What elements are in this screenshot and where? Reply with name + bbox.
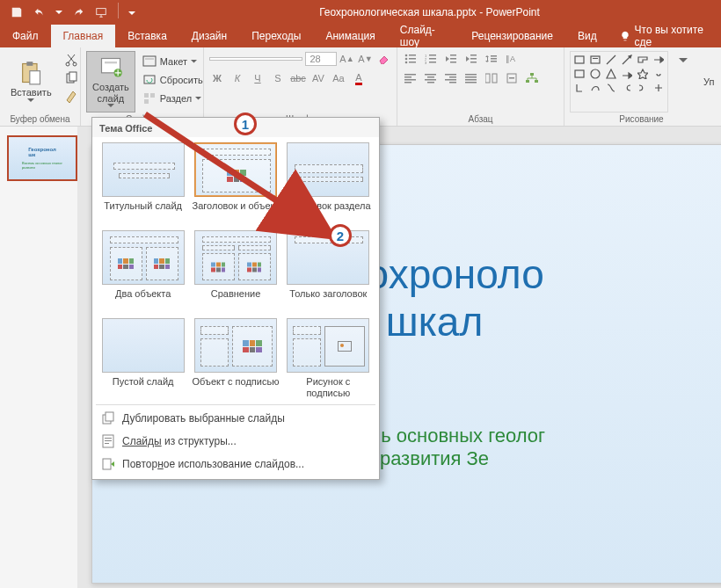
shadow-button[interactable]: S [270, 70, 286, 86]
layout-blank[interactable]: Пустой слайд [99, 318, 186, 399]
cmd-reuse-slides[interactable]: Повторное использование слайдов... [92, 453, 379, 475]
arrange-button[interactable]: Уп [698, 51, 719, 113]
decrease-indent-button[interactable] [443, 51, 459, 67]
svg-rect-51 [449, 82, 456, 83]
smartart-icon [526, 73, 538, 83]
new-slide-button[interactable]: Создать слайд [86, 51, 135, 113]
svg-rect-50 [445, 79, 456, 81]
align-left-button[interactable] [403, 70, 419, 86]
spacing-button[interactable]: AV [310, 70, 326, 86]
layout-two-content[interactable]: Два объекта [99, 230, 186, 311]
justify-icon [465, 73, 477, 83]
strike-button[interactable]: abc [290, 70, 306, 86]
clear-format-button[interactable] [376, 51, 391, 67]
align-center-icon [425, 73, 437, 83]
svg-rect-62 [535, 80, 538, 83]
tab-insert[interactable]: Вставка [115, 25, 179, 47]
brush-icon [64, 90, 78, 104]
tab-slideshow[interactable]: Слайд-шоу [388, 25, 459, 47]
tab-design[interactable]: Дизайн [179, 25, 239, 47]
svg-rect-11 [143, 56, 156, 66]
svg-rect-63 [575, 56, 584, 63]
layout-content-caption[interactable]: Объект с подписью [192, 318, 279, 399]
start-show-button[interactable] [91, 3, 111, 22]
cmd-label: Дублировать выбранные слайды [122, 412, 285, 425]
align-text-button[interactable] [504, 70, 520, 86]
svg-rect-42 [404, 79, 416, 81]
underline-button[interactable]: Ч [250, 70, 266, 86]
line-spacing-button[interactable] [484, 51, 499, 67]
reset-button[interactable]: Сбросить [139, 71, 207, 89]
smartart-button[interactable] [524, 70, 540, 86]
svg-rect-64 [591, 56, 600, 63]
tab-home[interactable]: Главная [51, 25, 116, 47]
group-clipboard-label: Буфер обмена [5, 113, 75, 124]
tab-view[interactable]: Вид [565, 25, 609, 47]
increase-font-button[interactable]: A▲ [339, 51, 355, 67]
undo-dropdown[interactable] [53, 3, 65, 22]
copy-icon [64, 71, 78, 85]
tab-transitions[interactable]: Переходы [239, 25, 313, 47]
thumb-sub2: развити [22, 165, 35, 170]
svg-rect-36 [491, 55, 497, 57]
section-icon [142, 91, 157, 105]
layout-title-only[interactable]: Только заголовок [285, 230, 372, 311]
slide-thumbnail-1[interactable]: Геохронолшк Восемь основных геологразвит… [7, 135, 77, 181]
svg-rect-32 [470, 54, 477, 56]
font-size-combo[interactable]: 28 [305, 52, 336, 66]
svg-point-19 [405, 58, 408, 61]
svg-rect-0 [97, 9, 106, 15]
decrease-font-button[interactable]: A▼ [358, 51, 374, 67]
undo-button[interactable] [30, 3, 49, 22]
tab-review[interactable]: Рецензирование [459, 25, 565, 47]
tell-me-search[interactable]: Что вы хотите сде [609, 25, 721, 47]
flyout-separator [96, 404, 375, 405]
qat-separator [118, 3, 119, 18]
svg-rect-33 [470, 58, 477, 60]
font-color-button[interactable]: A [351, 70, 367, 86]
cut-button[interactable] [61, 51, 82, 69]
columns-button[interactable] [484, 70, 499, 86]
layout-comparison[interactable]: Сравнение [192, 230, 279, 311]
layout-label: Объект с подписью [193, 376, 280, 399]
shapes-gallery[interactable] [570, 51, 668, 113]
bold-button[interactable]: Ж [209, 70, 225, 86]
tab-animations[interactable]: Анимация [313, 25, 387, 47]
thumb-title2: шк [28, 152, 35, 157]
case-button[interactable]: Aa [331, 70, 346, 86]
bullets-icon [404, 54, 417, 64]
layout-section-header[interactable]: Заголовок раздела [285, 142, 372, 223]
align-right-button[interactable] [443, 70, 459, 86]
undo-icon [33, 6, 46, 18]
cmd-label: Повторное использование слайдов... [122, 458, 304, 470]
paste-button[interactable]: Вставить [5, 51, 57, 113]
cmd-duplicate-slides[interactable]: Дублировать выбранные слайды [92, 407, 379, 430]
layout-title-content[interactable]: Заголовок и объект [192, 142, 279, 223]
redo-button[interactable] [69, 3, 88, 22]
layout-button[interactable]: Макет [139, 53, 207, 70]
justify-button[interactable] [463, 70, 479, 86]
svg-rect-71 [106, 412, 113, 421]
slide-thumbnails-pane[interactable]: 1 Геохронолшк Восемь основных геологразв… [0, 127, 77, 588]
align-center-button[interactable] [423, 70, 439, 86]
tab-file[interactable]: Файл [0, 25, 51, 47]
group-drawing-label: Рисование [570, 113, 713, 124]
copy-button[interactable] [61, 69, 82, 87]
section-button[interactable]: Раздел [139, 90, 207, 107]
layout-picture-caption[interactable]: Рисунок с подписью [285, 318, 372, 399]
save-button[interactable] [7, 3, 26, 22]
bullets-button[interactable] [403, 51, 419, 67]
text-direction-button[interactable]: ‖A [504, 51, 520, 67]
tell-me-label: Что вы хотите сде [635, 24, 710, 48]
format-painter-button[interactable] [61, 88, 82, 105]
svg-rect-31 [450, 62, 456, 63]
increase-indent-button[interactable] [463, 51, 479, 67]
numbering-button[interactable]: 123 [423, 51, 439, 67]
chevron-down-icon [679, 54, 688, 63]
italic-button[interactable]: К [229, 70, 245, 86]
shapes-more-button[interactable] [675, 51, 691, 67]
font-name-combo[interactable] [209, 57, 302, 61]
layout-title-slide[interactable]: Титульный слайд [99, 142, 186, 223]
qat-customize[interactable] [126, 3, 138, 22]
cmd-slides-from-outline[interactable]: Слайды из структуры... [92, 430, 379, 453]
